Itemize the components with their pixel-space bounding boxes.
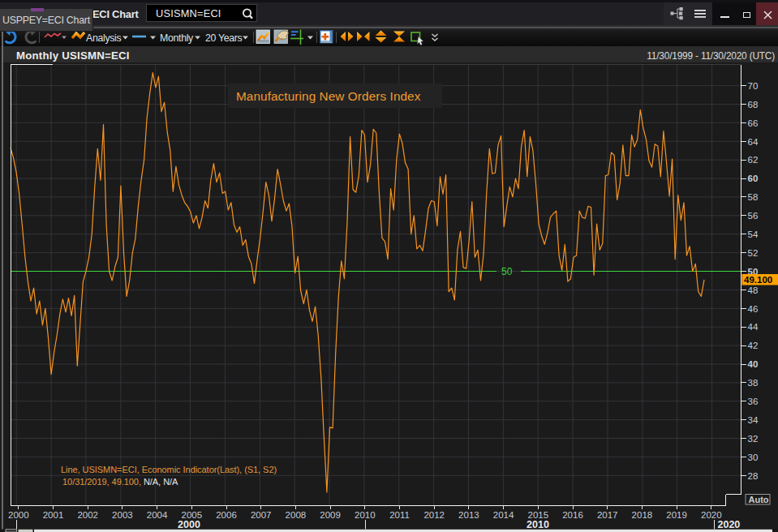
svg-text:2011: 2011 [389, 510, 410, 520]
svg-text:2020: 2020 [718, 519, 741, 530]
svg-text:2013: 2013 [458, 510, 479, 520]
svg-text:40: 40 [748, 359, 759, 369]
svg-text:2001: 2001 [43, 510, 64, 520]
svg-text:38: 38 [748, 378, 759, 388]
svg-text:68: 68 [748, 100, 759, 109]
svg-text:10/31/2019, 49.100, N/A, N/A: 10/31/2019, 49.100, N/A, N/A [62, 477, 178, 487]
svg-text:70: 70 [748, 81, 759, 91]
svg-text:48: 48 [748, 285, 759, 295]
svg-text:2010: 2010 [527, 519, 549, 530]
svg-text:36: 36 [748, 397, 759, 406]
svg-text:64: 64 [748, 137, 759, 147]
svg-text:49.100: 49.100 [744, 275, 772, 285]
svg-text:2010: 2010 [355, 510, 376, 520]
svg-text:60: 60 [748, 174, 759, 183]
svg-text:2002: 2002 [77, 510, 98, 520]
svg-text:28: 28 [748, 471, 759, 481]
svg-text:34: 34 [748, 415, 759, 425]
svg-text:2000: 2000 [178, 519, 200, 530]
svg-text:46: 46 [748, 304, 759, 314]
svg-text:54: 54 [748, 230, 759, 239]
svg-text:50: 50 [501, 266, 513, 277]
svg-text:2004: 2004 [147, 510, 168, 520]
svg-text:2006: 2006 [216, 510, 237, 520]
svg-text:2016: 2016 [562, 510, 583, 520]
svg-text:52: 52 [748, 248, 759, 258]
svg-text:66: 66 [748, 118, 759, 128]
svg-text:58: 58 [748, 192, 759, 202]
svg-text:2007: 2007 [251, 510, 272, 520]
svg-text:2009: 2009 [320, 510, 341, 520]
svg-text:2019: 2019 [666, 510, 687, 520]
svg-text:2012: 2012 [423, 510, 445, 520]
svg-text:2017: 2017 [597, 510, 618, 520]
svg-text:2008: 2008 [286, 510, 307, 520]
svg-text:2003: 2003 [112, 510, 133, 520]
svg-text:Auto: Auto [749, 495, 769, 504]
svg-text:2014: 2014 [493, 510, 514, 520]
svg-text:30: 30 [748, 453, 759, 462]
svg-text:42: 42 [748, 341, 759, 350]
svg-text:2018: 2018 [632, 510, 653, 520]
svg-text:Line, USISMN=ECI, Economic Ind: Line, USISMN=ECI, Economic Indicator(Las… [61, 465, 277, 474]
svg-text:32: 32 [748, 434, 759, 444]
svg-text:2000: 2000 [8, 510, 29, 520]
svg-text:Manufacturing New Orders Index: Manufacturing New Orders Index [236, 89, 421, 103]
svg-text:44: 44 [748, 322, 759, 332]
svg-text:56: 56 [748, 211, 759, 221]
svg-text:62: 62 [748, 155, 759, 165]
